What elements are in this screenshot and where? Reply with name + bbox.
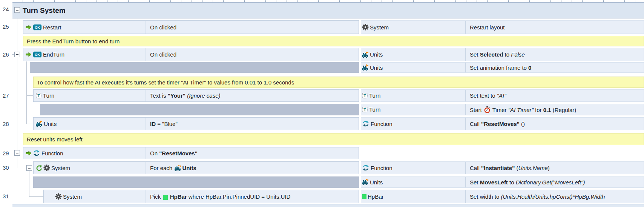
collapse-toggle-group[interactable] bbox=[14, 7, 20, 13]
trigger-arrow-icon bbox=[26, 52, 32, 57]
condition-text: On clicked bbox=[150, 51, 176, 58]
condition-cell: For each Units bbox=[146, 162, 359, 174]
tree-line bbox=[29, 196, 43, 197]
object-name: Units bbox=[44, 121, 57, 127]
svg-text:T: T bbox=[363, 107, 366, 112]
object-name: EndTurn bbox=[43, 51, 64, 58]
system-gear-icon bbox=[43, 164, 50, 171]
comment-row[interactable]: Press the EndTurn button to end turn bbox=[23, 36, 644, 46]
action-row-28-1[interactable]: Function Call "ResetMoves" () bbox=[361, 117, 644, 130]
svg-text:T: T bbox=[37, 93, 40, 98]
comment-text: To control how fast the AI executes it's… bbox=[37, 79, 294, 86]
action-object-cell: Units bbox=[361, 48, 465, 61]
action-row-30-2[interactable]: Units Set MovesLeft to Dictionary.Get("M… bbox=[361, 176, 644, 188]
action-object-cell: T Turn bbox=[361, 90, 465, 101]
event-row-28[interactable]: Units ID = "Blue" bbox=[33, 117, 359, 130]
text-object-icon: T bbox=[36, 93, 42, 99]
object-name: System bbox=[63, 193, 82, 200]
tree-line bbox=[26, 124, 33, 124]
units-sprite-icon bbox=[36, 121, 43, 127]
condition-object-cell: System bbox=[34, 162, 146, 174]
function-object-icon bbox=[33, 150, 40, 156]
event-row-31[interactable]: System Pick HpBar where HpBar.Pin.Pinned… bbox=[43, 190, 359, 203]
group-title: Turn System bbox=[23, 6, 66, 15]
action-row-27-1[interactable]: T Turn Set text to "AI" bbox=[361, 89, 644, 102]
condition-object-cell: Units bbox=[34, 118, 146, 130]
tree-line bbox=[17, 168, 26, 168]
action-cell: Set width to (Units.Health/Units.hpConst… bbox=[465, 190, 644, 203]
units-sprite-icon bbox=[362, 179, 369, 185]
row-number-29: 29 bbox=[3, 150, 12, 156]
minimized-row-ticks bbox=[23, 0, 644, 2]
units-sprite-icon bbox=[362, 52, 369, 58]
condition-text: Text is "Your" (Ignore case) bbox=[150, 92, 221, 99]
action-object-name: Function bbox=[371, 165, 393, 171]
condition-object-cell: OK Restart bbox=[23, 21, 146, 34]
condition-cell: On clicked bbox=[146, 48, 359, 61]
condition-text: On "ResetMoves" bbox=[150, 150, 198, 156]
action-object-name: System bbox=[370, 24, 389, 31]
action-cell: Call "Instantiate" (Units.Name) bbox=[465, 162, 644, 174]
collapse-toggle-event-29[interactable] bbox=[14, 150, 20, 156]
action-object-name: HpBar bbox=[368, 193, 384, 200]
event-row-27[interactable]: T Turn Text is "Your" (Ignore case) bbox=[33, 89, 359, 102]
condition-spacer[interactable] bbox=[33, 176, 359, 188]
action-row-26-2[interactable]: Units Set animation frame to 0 bbox=[361, 62, 644, 73]
action-row-26-1[interactable]: Units Set Selected to False bbox=[361, 48, 644, 61]
comment-row[interactable]: To control how fast the AI executes it's… bbox=[33, 77, 644, 88]
row-number-28: 28 bbox=[3, 121, 12, 127]
for-each-loop-icon bbox=[36, 165, 42, 171]
action-object-cell: Function bbox=[361, 118, 465, 130]
action-object-cell: Units bbox=[361, 63, 465, 72]
action-object-cell: Units bbox=[361, 177, 465, 187]
action-row-30-1[interactable]: Function Call "Instantiate" (Units.Name) bbox=[361, 161, 644, 174]
action-row-31-1[interactable]: HpBar Set width to (Units.Health/Units.h… bbox=[361, 190, 644, 203]
action-cell: Set text to "AI" bbox=[465, 90, 644, 101]
condition-text: ID = "Blue" bbox=[150, 121, 178, 127]
row-number-26: 26 bbox=[3, 51, 12, 58]
row-number-27: 27 bbox=[3, 92, 12, 99]
action-object-cell: HpBar bbox=[361, 190, 465, 203]
action-text: Restart layout bbox=[470, 24, 505, 31]
event-row-29[interactable]: Function On "ResetMoves" bbox=[23, 147, 359, 159]
text-object-icon: T bbox=[362, 93, 368, 99]
object-name: Turn bbox=[43, 92, 54, 99]
system-gear-icon bbox=[55, 193, 62, 200]
comment-text: Press the EndTurn button to end turn bbox=[27, 38, 120, 44]
event-row-25[interactable]: OK Restart On clicked bbox=[23, 20, 359, 34]
button-object-icon: OK bbox=[33, 24, 42, 31]
tree-line bbox=[26, 61, 27, 124]
condition-text: For each Units bbox=[150, 165, 196, 171]
condition-text: Pick HpBar where HpBar.Pin.PinnedUID = U… bbox=[150, 193, 290, 200]
action-row-27-2[interactable]: T Turn Start Timer "AI Timer" for 0.1 (R… bbox=[361, 104, 644, 115]
action-object-name: Turn bbox=[369, 92, 380, 99]
action-object-name: Units bbox=[370, 179, 383, 186]
action-text: Set Selected to False bbox=[470, 51, 525, 58]
units-sprite-icon bbox=[362, 64, 369, 71]
system-gear-icon bbox=[362, 24, 369, 31]
comment-row[interactable]: Reset units moves left bbox=[23, 133, 644, 145]
condition-spacer[interactable] bbox=[30, 62, 359, 73]
collapse-toggle-event-26[interactable] bbox=[14, 52, 20, 57]
event-row-30[interactable]: System For each Units bbox=[33, 161, 359, 174]
collapse-toggle-event-30[interactable] bbox=[26, 165, 32, 171]
button-object-icon: OK bbox=[33, 51, 42, 58]
svg-text:T: T bbox=[363, 93, 366, 98]
action-object-cell: T Turn bbox=[361, 104, 465, 115]
condition-object-cell: Function bbox=[23, 147, 146, 159]
group-header-turn-system[interactable]: Turn System bbox=[12, 2, 644, 18]
condition-cell: On "ResetMoves" bbox=[146, 147, 359, 159]
condition-cell: Text is "Your" (Ignore case) bbox=[146, 90, 359, 101]
object-name: System bbox=[51, 165, 70, 171]
trigger-arrow-icon bbox=[26, 150, 32, 156]
row-number-31: 31 bbox=[3, 193, 12, 199]
action-text: Call "Instantiate" (Units.Name) bbox=[470, 165, 550, 171]
condition-object-cell: System bbox=[44, 190, 146, 203]
action-row-25-1[interactable]: System Restart layout bbox=[361, 20, 644, 34]
action-cell: Call "ResetMoves" () bbox=[465, 118, 644, 130]
event-row-26[interactable]: OK EndTurn On clicked bbox=[23, 48, 359, 61]
condition-spacer[interactable] bbox=[40, 104, 359, 115]
condition-cell: Pick HpBar where HpBar.Pin.PinnedUID = U… bbox=[146, 190, 359, 203]
condition-cell: ID = "Blue" bbox=[146, 118, 359, 130]
text-object-icon: T bbox=[362, 107, 368, 113]
